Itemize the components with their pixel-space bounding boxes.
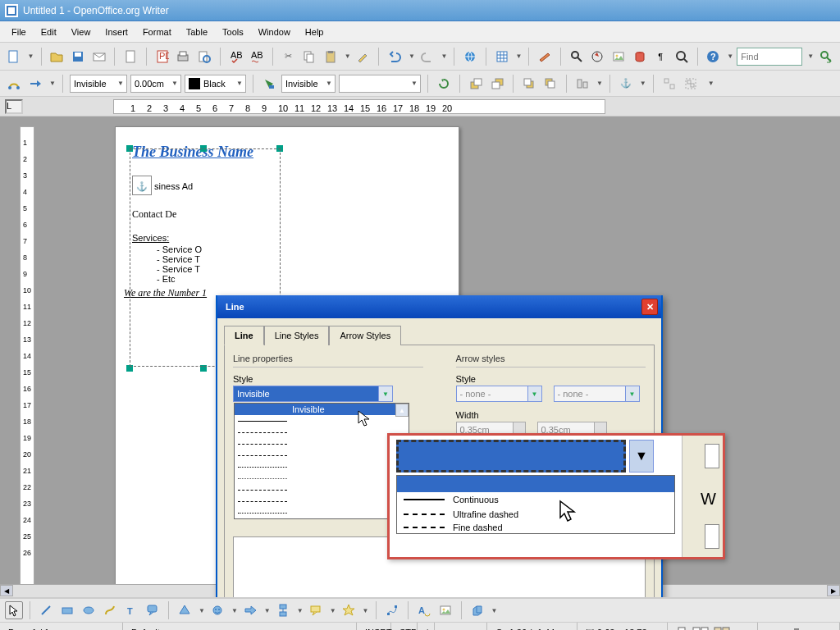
rotate-button[interactable]	[435, 75, 453, 93]
callout-item-fine-dashed[interactable]: Fine dashed	[397, 522, 674, 533]
flowchart-button[interactable]	[274, 601, 292, 619]
flowchart-dropdown-icon[interactable]: ▼	[297, 607, 304, 614]
scroll-right-icon[interactable]: ▶	[827, 585, 840, 596]
alignment-button[interactable]	[573, 75, 591, 93]
undo-button[interactable]	[386, 48, 404, 66]
copy-button[interactable]	[301, 48, 319, 66]
line-end-dropdown-icon[interactable]: ▼	[49, 80, 56, 87]
nonprinting-chars-button[interactable]: ¶	[651, 48, 669, 66]
style-option-ultrafine-2dots-3dashes[interactable]: Ultrafine 2 dots 3 da	[235, 450, 409, 461]
style-option-fine-dashed-var[interactable]: Fine dashed (variable	[235, 484, 409, 495]
zoom-out-icon[interactable]: −	[766, 628, 771, 631]
line-end-style-button[interactable]	[26, 75, 44, 93]
extrusion-button[interactable]	[468, 601, 486, 619]
new-dropdown-icon[interactable]: ▼	[28, 52, 34, 60]
gallery-button[interactable]	[609, 48, 628, 66]
find-input[interactable]	[737, 48, 802, 66]
menu-format[interactable]: Format	[136, 25, 178, 39]
callout-item-ultrafine-dashed[interactable]: Ultrafine dashed	[397, 507, 674, 522]
redo-button[interactable]	[418, 48, 436, 66]
callout-item-highlighted[interactable]	[397, 476, 674, 492]
from-file-button[interactable]	[436, 601, 454, 619]
book-view-icon[interactable]	[714, 627, 730, 631]
points-button[interactable]	[383, 601, 401, 619]
menu-file[interactable]: File	[5, 25, 33, 39]
anchor-button[interactable]: ⚓	[617, 75, 635, 93]
zoom-in-icon[interactable]: +	[826, 628, 831, 631]
line-tool-button[interactable]	[37, 601, 55, 619]
table-dropdown-icon[interactable]: ▼	[516, 52, 523, 60]
line-style-dropdown-icon[interactable]: ▼	[378, 386, 392, 401]
area-button[interactable]	[260, 75, 278, 93]
status-zoom[interactable]: − +	[758, 623, 840, 630]
format-paintbrush-button[interactable]	[354, 48, 372, 66]
paste-button[interactable]	[322, 48, 340, 66]
horizontal-ruler[interactable]: 1234567891011121314151617181920	[113, 99, 605, 114]
block-arrows-button[interactable]	[241, 601, 259, 619]
help-button[interactable]: ?	[705, 48, 723, 66]
callout-item-continuous[interactable]: Continuous	[397, 492, 674, 507]
callout-tool-button[interactable]	[144, 601, 162, 619]
save-button[interactable]	[69, 48, 87, 66]
dialog-titlebar[interactable]: Line ✕	[217, 295, 661, 318]
menu-view[interactable]: View	[65, 25, 98, 39]
style-option-3d3d-var[interactable]: 3 dashes 3 dots (var	[235, 495, 409, 507]
status-insert-mode[interactable]: INSRT	[357, 623, 391, 630]
arrow-left-dropdown-icon[interactable]: ▼	[527, 386, 541, 401]
freeform-tool-button[interactable]	[101, 601, 119, 619]
style-option-continuous[interactable]: Continuous	[235, 415, 409, 427]
block-arrows-dropdown-icon[interactable]: ▼	[264, 607, 271, 614]
toolbar-overflow-icon[interactable]: ▼	[727, 52, 733, 60]
data-sources-button[interactable]	[631, 48, 649, 66]
basic-shapes-button[interactable]	[176, 601, 194, 619]
stars-button[interactable]	[340, 601, 358, 619]
edit-file-button[interactable]	[121, 48, 139, 66]
to-background-button[interactable]	[488, 75, 506, 93]
tab-arrow-styles[interactable]: Arrow Styles	[329, 326, 401, 345]
menu-help[interactable]: Help	[299, 25, 331, 39]
table-button[interactable]	[493, 48, 511, 66]
menu-edit[interactable]: Edit	[34, 25, 63, 39]
auto-spellcheck-button[interactable]: ABC	[248, 48, 266, 66]
to-foreground-button[interactable]	[467, 75, 485, 93]
line-color-combo[interactable]: Black	[185, 75, 246, 93]
spellcheck-button[interactable]: ABC	[227, 48, 245, 66]
ellipse-tool-button[interactable]	[80, 601, 98, 619]
find-dropdown-icon[interactable]: ▼	[807, 52, 814, 60]
menu-table[interactable]: Table	[180, 25, 214, 39]
show-draw-functions-button[interactable]	[536, 48, 554, 66]
stars-dropdown-icon[interactable]: ▼	[363, 607, 369, 614]
single-page-icon[interactable]	[676, 627, 687, 631]
cut-button[interactable]: ✂	[280, 48, 298, 66]
tab-line-styles[interactable]: Line Styles	[264, 326, 330, 345]
status-style[interactable]: Default	[123, 623, 357, 630]
paste-dropdown-icon[interactable]: ▼	[345, 52, 351, 60]
ungroup-button[interactable]	[660, 75, 678, 93]
text-tool-button[interactable]: T	[122, 601, 140, 619]
line-style-dropdown[interactable]: Invisible ▼ Invisible Continuous Ultrafi…	[233, 386, 393, 402]
zoom-button[interactable]	[673, 48, 691, 66]
callouts-shapes-button[interactable]	[307, 601, 325, 619]
send-back-button[interactable]	[541, 75, 559, 93]
rectangle-tool-button[interactable]	[58, 601, 76, 619]
status-view-layout[interactable]	[668, 623, 758, 630]
area-style-combo[interactable]: Invisible	[281, 75, 336, 93]
find-next-button[interactable]	[817, 48, 835, 66]
tab-line[interactable]: Line	[224, 326, 264, 345]
edit-points-button[interactable]	[5, 75, 23, 93]
scroll-left-icon[interactable]: ◀	[0, 585, 13, 596]
symbol-shapes-button[interactable]	[208, 601, 226, 619]
anchor-dropdown-icon[interactable]: ▼	[640, 80, 646, 87]
style-option-ultrafine-dotted-var[interactable]: Ultrafine dotted (var	[235, 507, 409, 518]
extrusion-dropdown-icon[interactable]: ▼	[491, 607, 498, 614]
open-button[interactable]	[48, 48, 66, 66]
menu-window[interactable]: Window	[252, 25, 297, 39]
callout-combo[interactable]	[396, 440, 626, 472]
print-preview-button[interactable]	[195, 48, 213, 66]
object-toolbar-overflow-icon[interactable]: ▼	[708, 80, 714, 87]
email-button[interactable]	[90, 48, 108, 66]
vertical-ruler[interactable]: 1234567891011121314151617181920212223242…	[20, 126, 34, 586]
navigator-button[interactable]	[589, 48, 607, 66]
redo-dropdown-icon[interactable]: ▼	[441, 52, 447, 60]
tab-stop-button[interactable]: L	[5, 99, 23, 114]
